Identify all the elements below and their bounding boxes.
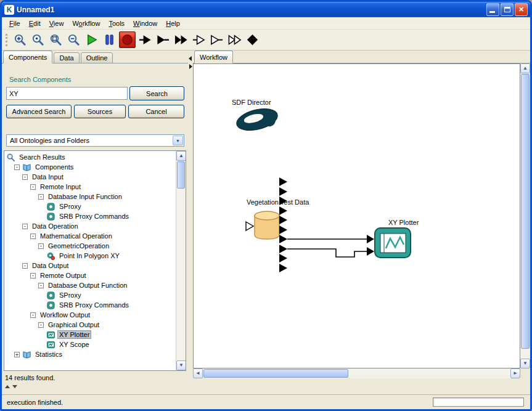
panel-splitter[interactable] [188,51,193,394]
collapse-icon[interactable]: - [38,243,44,249]
input-port[interactable] [246,222,253,230]
tree-item-xy-plotter[interactable]: XY Plotter [4,330,176,340]
tree-item-xy-scope[interactable]: XY Scope [4,340,176,349]
collapse-icon[interactable]: - [22,224,28,229]
menu-item-workflow[interactable]: Workflow [68,18,104,28]
collapse-icon[interactable]: - [30,273,36,279]
tree-item-srb-proxy-commands[interactable]: SRB Proxy Commands [4,300,176,310]
toolbar-grip[interactable] [6,34,7,46]
tree-item-statistics[interactable]: +Statistics [4,349,176,359]
output-port[interactable] [279,245,287,253]
collapse-icon[interactable]: - [30,234,36,239]
collapse-icon[interactable]: - [30,184,36,190]
tree-scrollbar-thumb[interactable] [177,161,185,189]
output-port[interactable] [279,235,287,243]
titlebar[interactable]: K Unnamed1 ✕ [2,2,530,17]
menu-item-edit[interactable]: Edit [25,18,45,28]
new-inout-port-button[interactable] [173,31,189,48]
canvas-vscrollbar[interactable]: ▲ ▼ [520,63,530,368]
tree-item-data-operation[interactable]: -Data Operation [4,221,176,231]
collapse-icon[interactable]: - [38,194,44,200]
chevron-down-icon[interactable]: ▼ [173,136,183,145]
search-input[interactable] [6,87,128,100]
sources-button[interactable]: Sources [74,105,126,118]
close-button[interactable]: ✕ [515,3,528,16]
scroll-up-button[interactable]: ▲ [520,63,530,73]
collapse-icon[interactable]: - [22,174,28,180]
collapse-left-icon[interactable] [189,56,192,61]
menu-item-file[interactable]: File [5,18,25,28]
tab-components[interactable]: Components [3,51,52,63]
tree-item-components[interactable]: -Components [4,162,176,172]
new-inout-multiport-button[interactable] [226,31,243,48]
collapse-down-icon[interactable] [12,385,17,388]
scroll-left-button[interactable]: ◄ [193,368,203,378]
output-port[interactable] [279,216,287,224]
collapse-icon[interactable]: - [38,322,44,328]
tree-item-srb-proxy-commands[interactable]: SRB Proxy Commands [4,211,176,221]
menu-item-window[interactable]: Window [129,18,162,28]
canvas-hscrollbar[interactable]: ◄ ► [193,368,520,378]
scroll-right-button[interactable]: ► [510,368,520,378]
menu-item-tools[interactable]: Tools [104,18,129,28]
tree-item-geometricoperation[interactable]: -GeometricOperation [4,241,176,251]
tree-item-sproxy[interactable]: SProxy [4,201,176,211]
tree-item-workflow-output[interactable]: -Workflow Output [4,310,176,320]
output-port[interactable] [279,206,287,215]
tree-item-database-input-function[interactable]: -Database Input Function [4,192,176,201]
zoom-reset-button[interactable] [30,31,46,48]
collapse-right-icon[interactable] [189,64,192,69]
new-input-multiport-button[interactable] [190,31,207,48]
node-sdf-director[interactable]: SDF Director [232,99,280,134]
node-vegetation-test-data[interactable]: Vegetation Test Data [246,177,309,272]
output-port[interactable] [279,264,287,272]
zoom-in-button[interactable] [12,31,28,48]
collapse-icon[interactable]: - [38,283,44,288]
workflow-canvas[interactable]: SDF Director V [193,63,520,368]
advanced-search-button[interactable]: Advanced Search [6,105,72,118]
tree-item-point-in-polygon-xy[interactable]: Point In Polygon XY [4,251,176,261]
output-port[interactable] [279,177,287,186]
expand-icon[interactable]: + [14,352,20,357]
scroll-down-button[interactable]: ▼ [176,360,186,370]
new-output-port-button[interactable] [155,31,171,48]
tree-scrollbar[interactable]: ▲ ▼ [176,151,186,370]
tree-item-graphical-output[interactable]: -Graphical Output [4,320,176,330]
tree-item-remote-output[interactable]: -Remote Output [4,271,176,280]
run-workflow-button[interactable] [83,31,100,48]
tree-item-data-output[interactable]: -Data Output [4,261,176,271]
pause-workflow-button[interactable] [101,31,118,48]
minimize-button[interactable] [486,3,499,16]
node-xy-plotter[interactable]: XY Plotter [367,219,419,258]
bottom-splitter-handle[interactable] [5,385,17,388]
tree-item-search-results[interactable]: Search Results [4,152,176,162]
zoom-fit-button[interactable] [47,31,64,48]
search-button[interactable]: Search [129,86,184,100]
output-port[interactable] [279,254,287,262]
scroll-up-button[interactable]: ▲ [176,151,186,161]
tree-item-remote-input[interactable]: -Remote Input [4,182,176,192]
wire[interactable] [287,249,367,257]
collapse-icon[interactable]: - [22,263,28,269]
tree-item-sproxy[interactable]: SProxy [4,290,176,300]
output-port[interactable] [279,226,287,234]
maximize-button[interactable] [501,3,514,16]
stop-workflow-button[interactable] [119,31,136,48]
cancel-button[interactable]: Cancel [128,105,184,118]
canvas-vscrollbar-thumb[interactable] [521,74,530,349]
new-input-port-button[interactable] [137,31,153,48]
canvas-hscrollbar-thumb[interactable] [203,369,348,378]
ontology-dropdown[interactable]: All Ontologies and Folders ▼ [6,134,184,147]
tab-workflow[interactable]: Workflow [194,51,233,63]
collapse-icon[interactable]: - [30,312,36,318]
menu-item-view[interactable]: View [45,18,68,28]
new-relation-button[interactable] [244,31,261,48]
output-ports[interactable] [279,177,287,272]
input-port[interactable] [367,235,374,243]
new-output-multiport-button[interactable] [208,31,225,48]
tree-item-database-output-function[interactable]: -Database Output Function [4,280,176,290]
tab-data[interactable]: Data [54,52,79,63]
menu-item-help[interactable]: Help [162,18,184,28]
collapse-icon[interactable]: - [14,165,20,170]
scroll-down-button[interactable]: ▼ [520,359,530,368]
